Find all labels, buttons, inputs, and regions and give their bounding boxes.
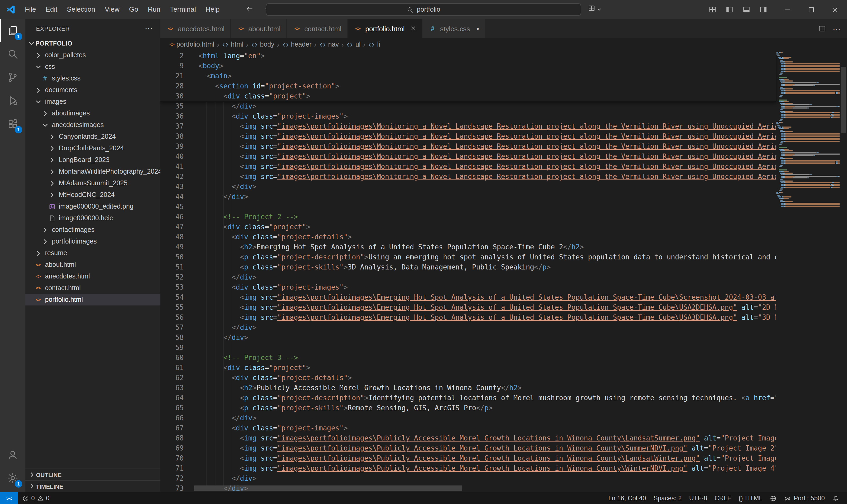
status-encoding[interactable]: UTF-8 (686, 492, 711, 504)
code-line[interactable]: 69 <img src="images\portfolioimages\Publ… (160, 443, 776, 453)
code-line[interactable]: 53 <div class="project-images"> (160, 282, 776, 292)
code-line[interactable]: 51 <p class="project-skills">3D Analysis… (160, 262, 776, 272)
code-line[interactable]: 49 <h2>Emerging Hot Spot Analysis of a U… (160, 242, 776, 252)
tree-item-contactimages[interactable]: contactimages (25, 224, 160, 236)
code-line[interactable]: 64 <p class="project-description">Identi… (160, 393, 776, 403)
breadcrumb-header[interactable]: header (281, 41, 312, 48)
workspace-root[interactable]: PORTFOLIO (25, 38, 160, 49)
tree-item-anecdotes-html[interactable]: <>anecdotes.html (25, 271, 160, 282)
code-line[interactable]: 56 <img src="images\portfolioimages\Emer… (160, 312, 776, 322)
tree-item-dropclothpants-2024[interactable]: DropClothPants_2024 (25, 142, 160, 154)
customize-layout-icon[interactable] (706, 3, 719, 16)
more-actions-icon[interactable]: ⋯ (833, 24, 841, 33)
code-line[interactable]: 71 <img src="images\portfolioimages\Publ… (160, 463, 776, 473)
split-editor-icon[interactable] (818, 24, 826, 33)
tree-item-image000000-edited-png[interactable]: image000000_edited.png (25, 201, 160, 212)
code-line[interactable]: 57 </div> (160, 322, 776, 332)
code-line[interactable]: 66 </div> (160, 413, 776, 423)
tree-item-montanawildlifephotography-2024[interactable]: MontanaWildlifePhotography_2024 (25, 166, 160, 177)
tree-item-mtadamssummit-2025[interactable]: MtAdamsSummit_2025 (25, 177, 160, 189)
minimap[interactable] (776, 51, 840, 492)
breadcrumb-portfolio-html[interactable]: <>portfolio.html (169, 41, 215, 48)
close-icon[interactable] (411, 25, 416, 32)
code-line[interactable]: 47 <div class="project"> (160, 222, 776, 232)
tree-item-about-html[interactable]: <>about.html (25, 259, 160, 271)
code-line[interactable]: 55 <img src="images\portfolioimages\Emer… (160, 302, 776, 312)
tree-item-portfolio-html[interactable]: <>portfolio.html (25, 294, 160, 305)
tree-item-contact-html[interactable]: <>contact.html (25, 282, 160, 294)
code-line[interactable]: 63 <h2>Publicly Accessible Morel Growth … (160, 383, 776, 393)
tab-anecdotes-html[interactable]: <>anecdotes.html (160, 19, 231, 38)
section-timeline[interactable]: TIMELINE (25, 480, 160, 492)
tree-item-portfolioimages[interactable]: portfolioimages (25, 236, 160, 247)
code-line[interactable]: 45 (160, 202, 776, 212)
status-indentation[interactable]: Spaces: 2 (650, 492, 686, 504)
sticky-scroll[interactable]: 2<html lang="en">9<body>21 <main>28 <sec… (160, 51, 776, 102)
code-line[interactable]: 46 <!-- Project 2 --> (160, 212, 776, 222)
code-line[interactable]: 44 </div> (160, 192, 776, 202)
activity-search-icon[interactable] (0, 42, 25, 66)
code-line[interactable]: 40 <img src="images\portfolioimages\Moni… (160, 151, 776, 161)
menu-terminal[interactable]: Terminal (165, 1, 201, 19)
menu-go[interactable]: Go (124, 1, 143, 19)
minimize-button[interactable] (776, 0, 799, 19)
code-line[interactable]: 2<html lang="en"> (160, 51, 776, 61)
code-line[interactable]: 41 <img src="images\portfolioimages\Moni… (160, 161, 776, 172)
scrollbar-thumb[interactable] (841, 67, 846, 133)
menu-selection[interactable]: Selection (62, 1, 100, 19)
problems-indicator[interactable]: 0 0 (18, 492, 54, 504)
tab-contact-html[interactable]: <>contact.html (287, 19, 348, 38)
tab-about-html[interactable]: <>about.html (231, 19, 287, 38)
code-line[interactable]: 54 <img src="images\portfolioimages\Emer… (160, 292, 776, 302)
activity-explorer-icon[interactable]: 1 (0, 19, 25, 42)
profile-layout-control[interactable] (588, 4, 602, 14)
code-line[interactable]: 38 <img src="images\portfolioimages\Moni… (160, 131, 776, 141)
code-line[interactable]: 59 (160, 343, 776, 353)
code-line[interactable]: 68 <img src="images\portfolioimages\Publ… (160, 433, 776, 443)
code-line[interactable]: 50 <p class="project-description">Using … (160, 252, 776, 262)
code-line[interactable]: 70 <img src="images\portfolioimages\Publ… (160, 453, 776, 463)
horizontal-scrollbar[interactable] (194, 485, 776, 491)
menu-run[interactable]: Run (143, 1, 165, 19)
menu-file[interactable]: File (20, 1, 41, 19)
menu-edit[interactable]: Edit (41, 1, 62, 19)
maximize-button[interactable] (799, 0, 823, 19)
activity-extensions-icon[interactable]: 1 (0, 112, 25, 136)
code-line[interactable]: 42 <img src="images\portfolioimages\Moni… (160, 172, 776, 182)
activity-source-control-icon[interactable] (0, 66, 25, 89)
tab-portfolio-html[interactable]: <>portfolio.html (348, 19, 423, 38)
remote-indicator[interactable]: >< (0, 492, 18, 504)
tree-item-documents[interactable]: documents (25, 84, 160, 96)
tree-item-aboutimages[interactable]: aboutimages (25, 107, 160, 119)
code-line[interactable]: 61 <div class="project"> (160, 363, 776, 373)
command-center-search[interactable]: portfolio (266, 3, 581, 16)
tree-item-anecdotesimages[interactable]: anecdotesimages (25, 119, 160, 131)
status-notifications[interactable] (828, 492, 843, 504)
menu-help[interactable]: Help (201, 1, 224, 19)
tree-item-mthoodcnc-2024[interactable]: MtHoodCNC_2024 (25, 189, 160, 201)
breadcrumb-html[interactable]: html (221, 41, 244, 48)
activity-accounts-icon[interactable] (0, 443, 25, 466)
code-line[interactable]: 43 </div> (160, 182, 776, 192)
code-line[interactable]: 9<body> (160, 61, 776, 71)
code-lines[interactable]: 35 </div>36 <div class="project-images">… (160, 101, 776, 492)
tree-item-image000000-heic[interactable]: image000000.heic (25, 212, 160, 224)
toggle-primary-sidebar-icon[interactable] (723, 3, 736, 16)
menu-view[interactable]: View (100, 1, 124, 19)
code-editor[interactable]: 35 </div>36 <div class="project-images">… (160, 51, 847, 492)
code-line[interactable]: 72 </div> (160, 473, 776, 483)
tree-item-longboard-2023[interactable]: LongBoard_2023 (25, 154, 160, 166)
tree-item-color-palletes[interactable]: color_palletes (25, 49, 160, 61)
code-line[interactable]: 37 <img src="images\portfolioimages\Moni… (160, 121, 776, 131)
toggle-panel-icon[interactable] (740, 3, 753, 16)
breadcrumb-li[interactable]: li (368, 41, 381, 48)
code-line[interactable]: 21 <main> (160, 71, 776, 81)
section-outline[interactable]: OUTLINE (25, 469, 160, 480)
scrollbar-thumb[interactable] (194, 485, 462, 491)
tree-item-css[interactable]: css (25, 61, 160, 73)
breadcrumb-body[interactable]: body (250, 41, 275, 48)
tree-item-canyonlands-2024[interactable]: Canyonlands_2024 (25, 131, 160, 142)
breadcrumb-nav[interactable]: nav (319, 41, 339, 48)
activity-run-and-debug-icon[interactable] (0, 89, 25, 112)
vertical-scrollbar[interactable] (840, 51, 847, 492)
